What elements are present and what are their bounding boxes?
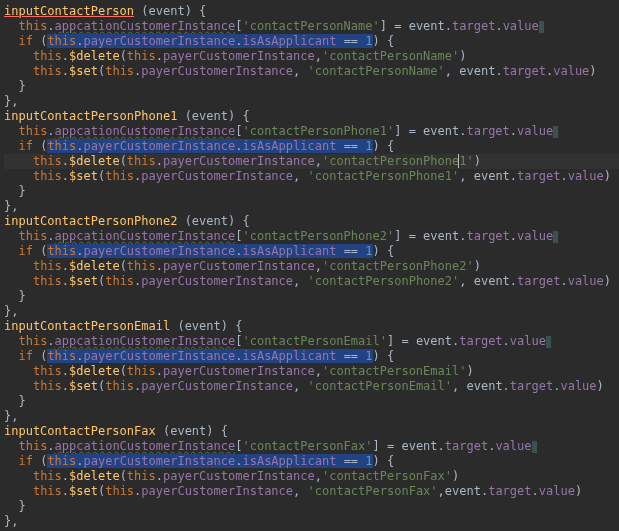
app-key: 'contactPersonName': [242, 19, 379, 33]
code-line[interactable]: this.$delete(this.payerCustomerInstance,…: [4, 154, 619, 169]
isas-prop: isAsApplicant: [242, 349, 336, 363]
set-key: 'contactPersonPhone1': [308, 169, 460, 183]
set-call: $set: [69, 379, 98, 393]
trailing-space: [553, 126, 558, 138]
code-line[interactable]: inputContactPerson (event) {: [4, 4, 619, 19]
code-line[interactable]: this.$set(this.payerCustomerInstance, 'c…: [4, 169, 619, 184]
code-line[interactable]: }: [4, 499, 619, 514]
code-line[interactable]: this.$delete(this.payerCustomerInstance,…: [4, 259, 619, 274]
method-name: inputContactPerson: [4, 4, 134, 18]
method-name: inputContactPersonPhone1: [4, 109, 177, 123]
highlight-range: this.payerCustomerInstance.isAsApplicant…: [47, 349, 372, 363]
appcation-prop: appcationCustomerInstance: [55, 229, 236, 243]
app-key: 'contactPersonPhone2': [242, 229, 394, 243]
code-line[interactable]: },: [4, 94, 619, 109]
literal-one: 1: [365, 454, 372, 468]
method-name: inputContactPersonPhone2: [4, 214, 177, 228]
isas-prop: isAsApplicant: [242, 454, 336, 468]
appcation-prop: appcationCustomerInstance: [55, 439, 236, 453]
set-call: $set: [69, 274, 98, 288]
payer-prop: payerCustomerInstance: [84, 454, 236, 468]
code-line[interactable]: inputContactPersonPhone2 (event) {: [4, 214, 619, 229]
method-name: inputContactPersonEmail: [4, 319, 170, 333]
delete-call: $delete: [69, 259, 120, 273]
trailing-space: [546, 336, 551, 348]
appcation-prop: appcationCustomerInstance: [55, 334, 236, 348]
param-name: event: [185, 319, 221, 333]
highlight-range: this.payerCustomerInstance.isAsApplicant…: [47, 244, 372, 258]
delete-call: $delete: [69, 364, 120, 378]
set-key: 'contactPersonEmail': [308, 379, 453, 393]
code-line[interactable]: this.$delete(this.payerCustomerInstance,…: [4, 49, 619, 64]
code-line[interactable]: this.$set(this.payerCustomerInstance, 'c…: [4, 484, 619, 499]
del-key: 'contactPersonPhone2': [322, 259, 474, 273]
code-line[interactable]: this.appcationCustomerInstance['contactP…: [4, 229, 619, 244]
highlight-range: this.payerCustomerInstance.isAsApplicant…: [47, 139, 372, 153]
code-line[interactable]: if (this.payerCustomerInstance.isAsAppli…: [4, 244, 619, 259]
trailing-space: [553, 231, 558, 243]
code-editor[interactable]: inputContactPerson (event) { this.appcat…: [0, 0, 619, 529]
trailing-space: [539, 21, 544, 33]
method-name: inputContactPersonFax: [4, 424, 156, 438]
code-line[interactable]: }: [4, 289, 619, 304]
set-call: $set: [69, 169, 98, 183]
code-line[interactable]: if (this.payerCustomerInstance.isAsAppli…: [4, 349, 619, 364]
code-line[interactable]: if (this.payerCustomerInstance.isAsAppli…: [4, 454, 619, 469]
delete-call: $delete: [69, 154, 120, 168]
isas-prop: isAsApplicant: [242, 139, 336, 153]
payer-prop: payerCustomerInstance: [84, 34, 236, 48]
del-key: 'contactPersonEmail': [322, 364, 467, 378]
literal-one: 1: [365, 349, 372, 363]
code-line[interactable]: this.appcationCustomerInstance['contactP…: [4, 124, 619, 139]
code-line[interactable]: inputContactPersonPhone1 (event) {: [4, 109, 619, 124]
set-key: 'contactPersonPhone2': [308, 274, 460, 288]
delete-call: $delete: [69, 49, 120, 63]
code-line[interactable]: if (this.payerCustomerInstance.isAsAppli…: [4, 34, 619, 49]
highlight-range: this.payerCustomerInstance.isAsApplicant…: [47, 454, 372, 468]
param-name: event: [149, 4, 185, 18]
set-call: $set: [69, 484, 98, 498]
literal-one: 1: [365, 34, 372, 48]
payer-prop: payerCustomerInstance: [84, 349, 236, 363]
del-key: 'contactPersonName': [322, 49, 459, 63]
set-key: 'contactPersonFax': [308, 484, 438, 498]
payer-prop: payerCustomerInstance: [84, 139, 236, 153]
code-line[interactable]: this.$delete(this.payerCustomerInstance,…: [4, 364, 619, 379]
code-line[interactable]: inputContactPersonFax (event) {: [4, 424, 619, 439]
code-line[interactable]: },: [4, 409, 619, 424]
code-line[interactable]: }: [4, 184, 619, 199]
code-line[interactable]: },: [4, 199, 619, 214]
literal-one: 1: [365, 139, 372, 153]
code-line[interactable]: this.appcationCustomerInstance['contactP…: [4, 19, 619, 34]
code-line[interactable]: this.$set(this.payerCustomerInstance, 'c…: [4, 64, 619, 79]
param-name: event: [170, 424, 206, 438]
isas-prop: isAsApplicant: [242, 34, 336, 48]
code-line[interactable]: if (this.payerCustomerInstance.isAsAppli…: [4, 139, 619, 154]
code-line[interactable]: this.$set(this.payerCustomerInstance, 'c…: [4, 274, 619, 289]
param-name: event: [192, 109, 228, 123]
code-line[interactable]: },: [4, 514, 619, 529]
param-name: event: [192, 214, 228, 228]
set-key: 'contactPersonName': [308, 64, 445, 78]
code-line[interactable]: this.appcationCustomerInstance['contactP…: [4, 334, 619, 349]
code-line[interactable]: },: [4, 304, 619, 319]
trailing-space: [532, 441, 537, 453]
del-key: 'contactPersonFax': [322, 469, 452, 483]
code-line[interactable]: this.appcationCustomerInstance['contactP…: [4, 439, 619, 454]
del-key: 'contactPersonPhone1': [322, 154, 474, 168]
highlight-range: this.payerCustomerInstance.isAsApplicant…: [47, 34, 372, 48]
payer-prop: payerCustomerInstance: [84, 244, 236, 258]
set-call: $set: [69, 64, 98, 78]
app-key: 'contactPersonEmail': [242, 334, 387, 348]
code-line[interactable]: }: [4, 394, 619, 409]
delete-call: $delete: [69, 469, 120, 483]
isas-prop: isAsApplicant: [242, 244, 336, 258]
text-caret: [458, 154, 459, 168]
app-key: 'contactPersonPhone1': [242, 124, 394, 138]
appcation-prop: appcationCustomerInstance: [55, 124, 236, 138]
code-line[interactable]: this.$set(this.payerCustomerInstance, 'c…: [4, 379, 619, 394]
code-line[interactable]: inputContactPersonEmail (event) {: [4, 319, 619, 334]
code-line[interactable]: }: [4, 79, 619, 94]
code-line[interactable]: this.$delete(this.payerCustomerInstance,…: [4, 469, 619, 484]
appcation-prop: appcationCustomerInstance: [55, 19, 236, 33]
